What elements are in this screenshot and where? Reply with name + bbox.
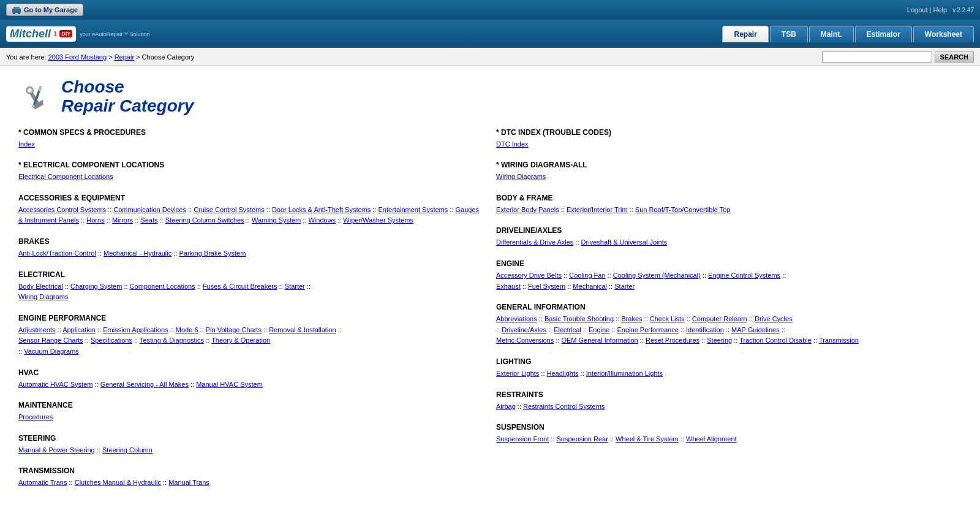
- link-engine-gi[interactable]: Engine: [589, 326, 609, 333]
- tab-tsb[interactable]: TSB: [770, 26, 808, 42]
- link-sunroof[interactable]: Sun Roof/T-Top/Convertible Top: [635, 206, 731, 213]
- svg-rect-1: [13, 7, 20, 9]
- link-horns[interactable]: Horns: [86, 216, 104, 224]
- link-check-lists[interactable]: Check Lists: [650, 315, 685, 322]
- link-suspension-front[interactable]: Suspension Front: [496, 435, 549, 443]
- breadcrumb-repair-link[interactable]: Repair: [115, 53, 134, 61]
- breadcrumb-car-link[interactable]: 2003 Ford Mustang: [48, 53, 107, 61]
- link-accessory-drive-belts[interactable]: Accessory Drive Belts: [496, 272, 562, 279]
- tab-repair[interactable]: Repair: [722, 26, 768, 42]
- link-fuses[interactable]: Fuses & Circuit Breakers: [203, 283, 277, 290]
- logout-link[interactable]: Logout: [907, 6, 928, 13]
- link-traction-control-disable[interactable]: Traction Control Disable: [739, 337, 812, 344]
- link-steering-column[interactable]: Steering Column: [102, 446, 153, 454]
- link-steering-gi[interactable]: Steering: [707, 337, 732, 344]
- link-reset-procedures[interactable]: Reset Procedures: [646, 337, 699, 344]
- link-manual-hvac[interactable]: Manual HVAC System: [196, 381, 263, 388]
- link-fuel-system[interactable]: Fuel System: [528, 283, 565, 290]
- link-suspension-rear[interactable]: Suspension Rear: [556, 435, 608, 443]
- link-parking-brake[interactable]: Parking Brake System: [179, 249, 246, 257]
- link-communication-devices[interactable]: Communication Devices: [113, 206, 186, 213]
- link-starter-elec[interactable]: Starter: [285, 283, 305, 290]
- link-brakes-gi[interactable]: Brakes: [621, 315, 642, 322]
- link-removal-installation[interactable]: Removal & Installation: [269, 326, 336, 333]
- tab-maint[interactable]: Maint.: [809, 26, 854, 42]
- link-adjustments[interactable]: Adjustments: [18, 326, 56, 333]
- link-pin-voltage[interactable]: Pin Voltage Charts: [206, 326, 262, 333]
- link-manual-power-steering[interactable]: Manual & Power Steering: [18, 446, 95, 454]
- link-electrical-component-locations[interactable]: Electrical Component Locations: [18, 173, 113, 180]
- link-wheel-tire[interactable]: Wheel & Tire System: [616, 435, 679, 443]
- link-restraints-control[interactable]: Restraints Control Systems: [523, 403, 605, 410]
- link-exterior-interior-trim[interactable]: Exterior/Interior Trim: [567, 206, 628, 213]
- link-theory-operation[interactable]: Theory & Operation: [211, 337, 270, 344]
- link-headlights[interactable]: Headlights: [547, 370, 579, 377]
- link-abbreviations[interactable]: Abbreviations: [496, 315, 537, 322]
- help-link[interactable]: Help: [933, 6, 947, 13]
- link-exhaust[interactable]: Exhaust: [496, 283, 521, 290]
- link-cooling-fan[interactable]: Cooling Fan: [569, 272, 605, 279]
- link-clutches-manual[interactable]: Clutches Manual & Hydraulic: [75, 479, 161, 486]
- link-application[interactable]: Application: [62, 326, 96, 333]
- link-engine-performance-gi[interactable]: Engine Performance: [617, 326, 679, 333]
- link-mechanical-hydraulic[interactable]: Mechanical - Hydraulic: [104, 249, 172, 257]
- link-exterior-lights[interactable]: Exterior Lights: [496, 370, 539, 377]
- link-transmission-gi[interactable]: Transmission: [819, 337, 859, 344]
- link-charging-system[interactable]: Charging System: [70, 283, 122, 290]
- link-electrical-gi[interactable]: Electrical: [554, 326, 581, 333]
- link-airbag[interactable]: Airbag: [496, 403, 516, 410]
- link-dtc-index[interactable]: DTC Index: [496, 140, 529, 148]
- link-windows[interactable]: Windows: [308, 216, 336, 224]
- link-mirrors[interactable]: Mirrors: [112, 216, 133, 224]
- link-procedures[interactable]: Procedures: [18, 413, 53, 421]
- link-driveshaft[interactable]: Driveshaft & Universal Joints: [581, 238, 668, 246]
- section-accessories: ACCESSORIES & EQUIPMENT Accessories Cont…: [18, 194, 484, 226]
- link-emission-applications[interactable]: Emission Applications: [103, 326, 168, 333]
- link-basic-troubleshooting[interactable]: Basic Trouble Shooting: [545, 315, 614, 322]
- link-general-servicing[interactable]: General Servicing - All Makes: [100, 381, 189, 388]
- link-vacuum-diagrams[interactable]: Vacuum Diagrams: [24, 348, 79, 355]
- link-wiring-diagrams-elec[interactable]: Wiring Diagrams: [18, 293, 68, 300]
- tab-estimator[interactable]: Estimator: [855, 26, 912, 42]
- link-door-locks[interactable]: Door Locks & Anti-Theft Systems: [272, 206, 371, 213]
- link-testing-diagnostics[interactable]: Testing & Diagnostics: [140, 337, 204, 344]
- link-body-electrical[interactable]: Body Electrical: [18, 283, 63, 290]
- link-cruise-control[interactable]: Cruise Control Systems: [194, 206, 265, 213]
- link-wheel-alignment[interactable]: Wheel Alignment: [686, 435, 737, 443]
- link-map-guidelines[interactable]: MAP Guidelines: [731, 326, 780, 333]
- link-wiring-diagrams[interactable]: Wiring Diagrams: [496, 173, 546, 180]
- link-starter-engine[interactable]: Starter: [614, 283, 635, 290]
- search-input[interactable]: [822, 51, 932, 63]
- link-auto-hvac[interactable]: Automatic HVAC System: [18, 381, 92, 388]
- link-differentials[interactable]: Differentials & Drive Axles: [496, 238, 573, 246]
- link-sensor-range[interactable]: Sensor Range Charts: [18, 337, 83, 344]
- link-wiper-washer[interactable]: Wiper/Washer Systems: [343, 216, 413, 224]
- link-manual-trans[interactable]: Manual Trans: [168, 479, 209, 486]
- link-entertainment[interactable]: Entertainment Systems: [379, 206, 448, 213]
- link-warning-system[interactable]: Warning System: [252, 216, 301, 224]
- link-metric-conversions[interactable]: Metric Conversions: [496, 337, 554, 344]
- link-driveline-gi[interactable]: Driveline/Axles: [502, 326, 546, 333]
- link-mechanical[interactable]: Mechanical: [573, 283, 607, 290]
- page-title: ChooseRepair Category: [61, 78, 194, 116]
- link-index[interactable]: Index: [18, 140, 35, 148]
- link-oem-general[interactable]: OEM General Information: [561, 337, 638, 344]
- link-accessories-control[interactable]: Accessories Control Systems: [18, 206, 106, 213]
- link-specifications[interactable]: Specifications: [91, 337, 132, 344]
- link-cooling-system[interactable]: Cooling System (Mechanical): [613, 272, 701, 279]
- link-interior-lights[interactable]: Interior/Illumination Lights: [586, 370, 663, 377]
- link-automatic-trans[interactable]: Automatic Trans: [18, 479, 67, 486]
- link-exterior-body-panels[interactable]: Exterior Body Panels: [496, 206, 559, 213]
- my-cars-button[interactable]: Go to My Garage: [6, 4, 83, 16]
- tab-worksheet[interactable]: Worksheet: [913, 26, 974, 42]
- link-steering-column-switches[interactable]: Steering Column Switches: [165, 216, 244, 224]
- link-computer-relearn[interactable]: Computer Relearn: [692, 315, 747, 322]
- search-button[interactable]: SEARCH: [935, 51, 974, 63]
- link-mode6[interactable]: Mode 6: [176, 326, 198, 333]
- link-seats[interactable]: Seats: [140, 216, 157, 224]
- link-identification[interactable]: Identification: [686, 326, 724, 333]
- link-antilock[interactable]: Anti-Lock/Traction Control: [18, 249, 96, 257]
- link-drive-cycles[interactable]: Drive Cycles: [755, 315, 793, 322]
- link-component-locations[interactable]: Component Locations: [130, 283, 195, 290]
- link-engine-control-systems[interactable]: Engine Control Systems: [708, 272, 780, 279]
